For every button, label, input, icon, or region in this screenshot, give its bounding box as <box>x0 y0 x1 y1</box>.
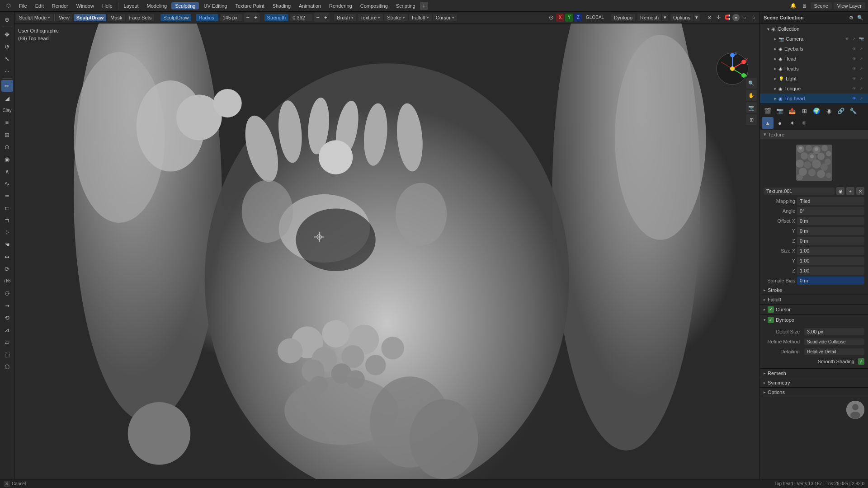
search-icon[interactable]: 🔍 <box>856 14 864 22</box>
brush-name[interactable]: SculptDraw <box>160 14 191 21</box>
tool-scale[interactable]: ⤡ <box>1 53 13 65</box>
workspace-modeling[interactable]: Modeling <box>143 2 171 9</box>
tool-crease[interactable]: ∧ <box>1 165 13 177</box>
texture-new-btn[interactable]: + <box>846 187 854 195</box>
props-view-layer[interactable]: ⊞ <box>798 105 810 117</box>
outliner-camera[interactable]: ▸ 📷 Camera 👁 ↗ 📷 <box>760 34 868 44</box>
tool-thumb[interactable]: Thb <box>1 275 13 287</box>
navigation-gizmo[interactable]: X Y Z <box>714 51 750 87</box>
remesh-header[interactable]: ▸ Remesh <box>760 369 868 378</box>
camera-render[interactable]: 📷 <box>858 36 864 42</box>
outliner-eyeballs[interactable]: ▸ ◉ Eyeballs 👁 ↗ <box>760 44 868 54</box>
outliner-head[interactable]: ▸ ◉ Head 👁 ↗ <box>760 54 868 64</box>
axis-x[interactable]: X <box>556 14 564 22</box>
tool-transform[interactable]: ⊹ <box>1 65 13 77</box>
stroke-dropdown[interactable]: Stroke <box>384 14 408 21</box>
props-modifiers[interactable]: 🔧 <box>847 105 859 117</box>
heads-vis[interactable]: 👁 <box>851 66 857 72</box>
workspace-layout[interactable]: Layout <box>120 2 142 9</box>
dyntopo-checkbox[interactable]: ✓ <box>768 317 774 323</box>
workspace-scripting[interactable]: Scripting <box>392 2 419 9</box>
eyeballs-vis[interactable]: 👁 <box>851 46 857 52</box>
offset-x-value[interactable]: 0 m <box>797 217 864 225</box>
outliner-tongue[interactable]: ▸ ◉ Tongue 👁 ↗ <box>760 84 868 94</box>
facesets-menu[interactable]: Face Sets <box>127 14 155 21</box>
mode-selector[interactable]: Sculpt Mode <box>16 14 53 21</box>
workspace-rendering[interactable]: Rendering <box>326 2 356 9</box>
outliner-heads[interactable]: ▸ ◉ Heads 👁 ↗ <box>760 64 868 74</box>
props-constraints[interactable]: 🔗 <box>835 105 847 117</box>
offset-z-value[interactable]: 0 m <box>797 237 864 245</box>
shading-material[interactable]: ○ <box>741 14 749 22</box>
size-z-value[interactable]: 1.00 <box>797 267 864 275</box>
tool-smooth[interactable]: ∿ <box>1 178 13 189</box>
props-data[interactable]: ▲ <box>762 117 774 129</box>
scene-selector[interactable]: Scene <box>811 2 832 9</box>
filter-icon[interactable]: ⚙ <box>847 14 855 22</box>
outliner-light[interactable]: ▸ 💡 Light 👁 ↗ <box>760 74 868 84</box>
head-arrow[interactable]: ↗ <box>858 56 864 62</box>
menu-window[interactable]: Window <box>73 2 98 9</box>
head-vis[interactable]: 👁 <box>851 56 857 62</box>
stroke-header[interactable]: ▸ Stroke <box>760 286 868 295</box>
tool-topology[interactable]: ⊿ <box>1 324 13 336</box>
texture-dropdown[interactable]: Texture <box>358 14 383 21</box>
tool-draw-sharp[interactable]: ◢ <box>1 92 13 104</box>
menu-edit[interactable]: Edit <box>32 2 47 9</box>
heads-arrow[interactable]: ↗ <box>858 66 864 72</box>
smooth-shading-checkbox[interactable]: ✓ <box>858 358 864 365</box>
3d-viewport[interactable]: User Orthographic (89) Top head X Y <box>14 23 760 479</box>
radius-stepper[interactable]: − + <box>244 13 259 22</box>
workspace-texture-paint[interactable]: Texture Paint <box>231 2 268 9</box>
eyeballs-arrow[interactable]: ↗ <box>858 46 864 52</box>
pan-btn[interactable]: ✋ <box>746 90 757 101</box>
menu-file[interactable]: File <box>15 2 31 9</box>
cursor-header[interactable]: ▸ ✓ Cursor <box>760 305 868 314</box>
tongue-vis[interactable]: 👁 <box>851 85 857 92</box>
workspace-add[interactable]: + <box>420 2 428 10</box>
proportional-edit-icon[interactable]: ⊙ <box>547 14 555 22</box>
tophead-vis[interactable]: 👁 <box>851 95 857 102</box>
falloff-dropdown[interactable]: Falloff <box>409 14 432 21</box>
size-x-value[interactable]: 1.00 <box>797 247 864 255</box>
tool-fill[interactable]: ⊏ <box>1 202 13 214</box>
tool-snake-hook[interactable]: ⟳ <box>1 263 13 275</box>
cancel-checkbox[interactable]: ✕ <box>4 481 10 487</box>
tool-elastic-grab[interactable]: ↭ <box>1 251 13 263</box>
cursor-dropdown[interactable]: Cursor <box>433 14 457 21</box>
dyntopo-toggle[interactable]: Dyntopo <box>611 14 635 21</box>
tool-blob[interactable]: ◉ <box>1 153 13 165</box>
props-physics[interactable]: ⚛ <box>798 117 810 129</box>
props-material[interactable]: ● <box>774 117 786 129</box>
radius-minus[interactable]: − <box>244 13 252 22</box>
strength-minus[interactable]: − <box>314 13 322 22</box>
dyntopo-header[interactable]: ▾ ✓ Dyntopo <box>760 315 868 325</box>
sample-bias-value[interactable]: 0 m <box>797 277 864 285</box>
texture-name-field[interactable]: Texture.001 <box>764 188 835 195</box>
workspace-sculpting[interactable]: Sculpting <box>171 2 199 9</box>
remesh-btn[interactable]: Remesh <box>637 14 662 21</box>
mask-menu[interactable]: Mask <box>108 14 125 21</box>
cancel-label[interactable]: Cancel <box>12 481 26 486</box>
snap-icon[interactable]: 🧲 <box>723 14 731 22</box>
texture-delete-btn[interactable]: ✕ <box>856 187 864 195</box>
outliner-top-head[interactable]: ▸ ◉ Top head 👁 ↗ <box>760 94 868 103</box>
tool-draw[interactable]: ✏ <box>1 80 13 92</box>
menu-render[interactable]: Render <box>48 2 72 9</box>
texture-preview[interactable] <box>796 145 832 181</box>
props-particles[interactable]: ✦ <box>786 117 798 129</box>
view-layer-selector[interactable]: View Layer <box>834 2 865 9</box>
collection-item[interactable]: ▾ ◉ Collection <box>760 24 868 34</box>
props-world[interactable]: 🌍 <box>811 105 822 117</box>
tophead-arrow[interactable]: ↗ <box>858 95 864 102</box>
workspace-compositing[interactable]: Compositing <box>357 2 392 9</box>
workspace-uv-editing[interactable]: UV Editing <box>200 2 231 9</box>
transform-orientation[interactable]: GLOBAL <box>583 14 607 21</box>
tool-pinch[interactable]: ⟨⟩ <box>1 226 13 238</box>
tool-pose[interactable]: ⚇ <box>1 287 13 299</box>
props-scene[interactable]: 🎬 <box>762 105 774 117</box>
blender-logo[interactable]: ⬡ <box>3 2 14 9</box>
gizmo-icon[interactable]: ✛ <box>714 14 722 22</box>
strength-stepper[interactable]: − + <box>314 13 330 22</box>
detailing-value[interactable]: Relative Detail <box>804 348 864 355</box>
